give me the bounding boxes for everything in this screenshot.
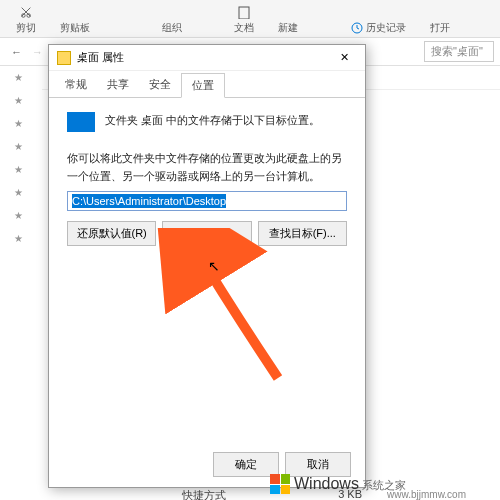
pin-icon[interactable]: ★ (0, 204, 42, 227)
move-button[interactable]: 移动(M)... (162, 221, 251, 246)
sidebar: ★ ★ ★ ★ ★ ★ ★ ★ (0, 66, 42, 496)
pin-icon[interactable]: ★ (0, 112, 42, 135)
dialog-titlebar[interactable]: 桌面 属性 ✕ (49, 45, 365, 71)
properties-dialog: 桌面 属性 ✕ 常规 共享 安全 位置 文件夹 桌面 中的文件存储于以下目标位置… (48, 44, 366, 488)
find-target-button[interactable]: 查找目标(F)... (258, 221, 347, 246)
back-button[interactable]: ← (7, 44, 26, 60)
desc-text-1: 文件夹 桌面 中的文件存储于以下目标位置。 (105, 112, 320, 130)
ribbon-docs[interactable]: 文档 (234, 5, 254, 35)
pin-icon[interactable]: ★ (0, 89, 42, 112)
tab-location[interactable]: 位置 (181, 73, 225, 98)
ribbon-organize-label: 组织 (162, 21, 182, 35)
desktop-icon (67, 112, 95, 132)
tab-general[interactable]: 常规 (55, 73, 97, 97)
ribbon-history[interactable]: 历史记录 (350, 21, 406, 35)
pin-icon[interactable]: ★ (0, 66, 42, 89)
folder-icon (57, 51, 71, 65)
restore-button[interactable]: 还原默认值(R) (67, 221, 156, 246)
search-input[interactable]: 搜索"桌面" (424, 41, 494, 62)
ribbon: 剪切 剪贴板 组织 文档 新建 历史记录 打开 (0, 0, 500, 38)
ribbon-new-label: 新建 (278, 21, 298, 35)
ribbon-clipboard-label: 剪贴板 (60, 21, 90, 35)
tabs: 常规 共享 安全 位置 (49, 71, 365, 98)
pin-icon[interactable]: ★ (0, 158, 42, 181)
dialog-title: 桌面 属性 (77, 50, 124, 65)
dialog-body: 文件夹 桌面 中的文件存储于以下目标位置。 你可以将此文件夹中文件存储的位置更改… (49, 98, 365, 260)
tab-security[interactable]: 安全 (139, 73, 181, 97)
ribbon-open-label: 打开 (430, 21, 450, 35)
tab-sharing[interactable]: 共享 (97, 73, 139, 97)
path-input[interactable]: C:\Users\Administrator\Desktop (67, 191, 347, 211)
pin-icon[interactable]: ★ (0, 181, 42, 204)
ribbon-cut[interactable]: 剪切 (16, 5, 36, 35)
desc-text-2: 你可以将此文件夹中文件存储的位置更改为此硬盘上的另一个位置、另一个驱动器或网络上… (67, 150, 347, 185)
watermark: Windows 系统之家 (270, 474, 406, 494)
cursor-icon: ↖ (208, 258, 220, 274)
close-button[interactable]: ✕ (331, 51, 357, 64)
pin-icon[interactable]: ★ (0, 135, 42, 158)
windows-logo-icon (270, 474, 290, 494)
pin-icon[interactable]: ★ (0, 227, 42, 250)
forward-button[interactable]: → (28, 44, 47, 60)
svg-rect-0 (239, 7, 249, 19)
